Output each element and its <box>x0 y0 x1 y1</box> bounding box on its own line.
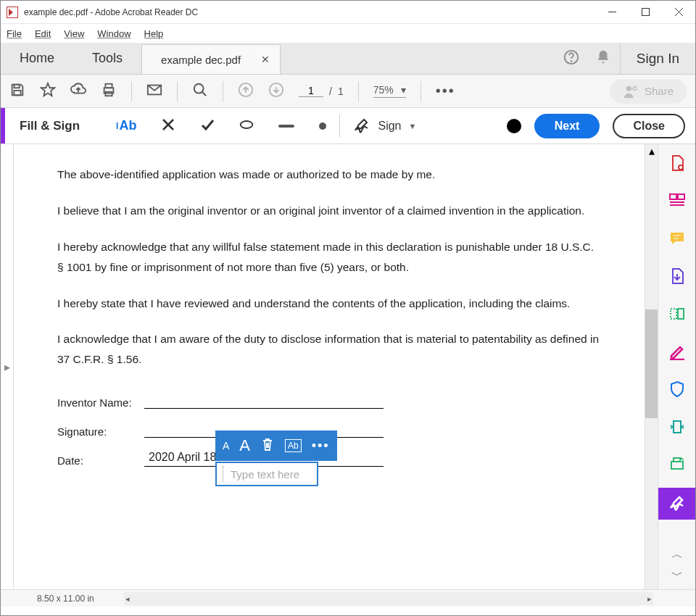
text-style-icon[interactable]: Ab <box>285 439 302 452</box>
prev-page-icon[interactable] <box>238 82 254 101</box>
svg-point-17 <box>633 87 637 91</box>
star-icon[interactable] <box>40 82 56 101</box>
menu-help[interactable]: Help <box>144 28 164 39</box>
menu-file[interactable]: File <box>7 28 22 39</box>
form-line-name[interactable] <box>144 393 384 409</box>
right-tools-panel: ︿ ﹀ <box>658 144 695 589</box>
page-dimensions: 8.50 x 11.00 in <box>37 594 94 604</box>
svg-rect-31 <box>678 309 684 319</box>
overflow-menu-icon[interactable]: ••• <box>436 83 455 99</box>
document-area[interactable]: The above-identified application was mad… <box>14 144 645 589</box>
svg-point-5 <box>571 61 571 62</box>
delete-icon[interactable] <box>260 437 275 454</box>
text-edit-toolbar: A A Ab ••• <box>215 430 337 461</box>
edit-icon[interactable] <box>668 343 686 360</box>
panel-up-icon[interactable]: ︿ <box>671 547 683 562</box>
save-icon[interactable] <box>9 82 25 101</box>
decrease-text-icon[interactable]: A <box>223 440 229 451</box>
svg-point-16 <box>626 86 631 91</box>
svg-line-13 <box>202 91 207 96</box>
titlebar: example dec.pdf - Adobe Acrobat Reader D… <box>1 1 695 24</box>
combine-icon[interactable] <box>668 192 686 209</box>
fill-sign-label: Fill & Sign <box>5 119 94 133</box>
organize-icon[interactable] <box>668 305 686 322</box>
scroll-thumb[interactable] <box>645 309 658 418</box>
menu-view[interactable]: View <box>64 28 84 39</box>
page-current-input[interactable] <box>299 85 323 97</box>
page-indicator: / 1 <box>299 85 344 97</box>
svg-rect-7 <box>14 90 20 94</box>
text-tool[interactable]: IAb <box>116 118 136 133</box>
close-window-button[interactable] <box>662 1 695 24</box>
window-title: example dec.pdf - Adobe Acrobat Reader D… <box>24 7 595 17</box>
svg-rect-1 <box>642 9 649 16</box>
toolbar: / 1 75% ▾ ••• Share <box>1 75 695 108</box>
paragraph: I believe that I am the original invento… <box>57 201 601 221</box>
increase-text-icon[interactable]: A <box>239 436 250 455</box>
svg-rect-30 <box>671 309 676 319</box>
print-production-icon[interactable] <box>668 456 686 473</box>
next-page-icon[interactable] <box>268 82 284 101</box>
share-button[interactable]: Share <box>610 79 687 104</box>
page-total: 1 <box>338 86 344 97</box>
scroll-right-icon[interactable]: ▸ <box>647 594 652 604</box>
comment-icon[interactable] <box>668 230 686 247</box>
placeholder-text: Type text here <box>231 468 299 480</box>
tab-bar: Home Tools example dec.pdf ✕ Sign In <box>1 43 695 75</box>
next-button[interactable]: Next <box>534 114 600 138</box>
menu-window[interactable]: Window <box>97 28 130 39</box>
expand-left-panel[interactable]: ▸ <box>1 144 14 589</box>
export-icon[interactable] <box>668 267 686 285</box>
help-icon[interactable] <box>563 49 579 68</box>
more-options-icon[interactable]: ••• <box>312 438 330 454</box>
tab-document-label: example dec.pdf <box>161 54 241 66</box>
sign-in-button[interactable]: Sign In <box>620 43 695 74</box>
zoom-icon[interactable] <box>192 82 208 101</box>
sign-tool[interactable]: Sign ▼ <box>353 117 416 135</box>
svg-rect-6 <box>14 84 19 88</box>
tab-tools[interactable]: Tools <box>73 43 141 74</box>
minimize-button[interactable] <box>595 1 629 24</box>
status-bar: 8.50 x 11.00 in ◂ ▸ <box>1 589 695 607</box>
horizontal-scrollbar[interactable]: ◂ ▸ <box>124 592 653 605</box>
bell-icon[interactable] <box>595 49 611 68</box>
paragraph: I acknowledge that I am aware of the dut… <box>57 329 601 370</box>
svg-point-22 <box>241 121 253 128</box>
menu-bar: File Edit View Window Help <box>1 24 695 43</box>
fill-sign-tool-active[interactable] <box>658 488 695 520</box>
tab-close-icon[interactable]: ✕ <box>261 54 270 65</box>
check-mark-tool[interactable] <box>200 117 215 135</box>
text-cursor <box>223 466 223 482</box>
paragraph: I hereby acknowledge that any willful fa… <box>57 237 601 278</box>
line-tool[interactable] <box>278 125 294 128</box>
dot-tool[interactable] <box>319 122 326 130</box>
svg-rect-24 <box>670 194 676 199</box>
app-icon <box>7 7 18 18</box>
protect-icon[interactable] <box>668 380 686 398</box>
print-icon[interactable] <box>101 82 117 101</box>
create-pdf-icon[interactable] <box>668 154 686 172</box>
maximize-button[interactable] <box>629 1 662 24</box>
scroll-up-icon[interactable]: ▴ <box>645 144 658 157</box>
paragraph: The above-identified application was mad… <box>57 165 601 185</box>
tab-document[interactable]: example dec.pdf ✕ <box>141 44 281 74</box>
vertical-scrollbar[interactable]: ▴ <box>645 144 658 589</box>
cloud-upload-icon[interactable] <box>70 82 86 101</box>
color-swatch[interactable] <box>507 119 521 133</box>
scroll-left-icon[interactable]: ◂ <box>125 594 130 604</box>
tab-home[interactable]: Home <box>1 43 73 74</box>
circle-tool[interactable] <box>239 117 254 135</box>
svg-point-12 <box>194 83 204 93</box>
text-input-field[interactable]: Type text here <box>215 462 318 486</box>
mail-icon[interactable] <box>146 82 162 101</box>
form-row-name: Inventor Name: <box>57 393 601 409</box>
compress-icon[interactable] <box>668 418 686 436</box>
panel-down-icon[interactable]: ﹀ <box>671 568 683 583</box>
zoom-dropdown[interactable]: 75% ▾ <box>373 84 406 98</box>
x-mark-tool[interactable] <box>161 117 175 135</box>
chevron-down-icon: ▾ <box>401 84 406 96</box>
close-button[interactable]: Close <box>613 114 685 138</box>
chevron-down-icon: ▼ <box>408 122 416 130</box>
svg-rect-9 <box>105 83 112 88</box>
menu-edit[interactable]: Edit <box>35 28 51 39</box>
